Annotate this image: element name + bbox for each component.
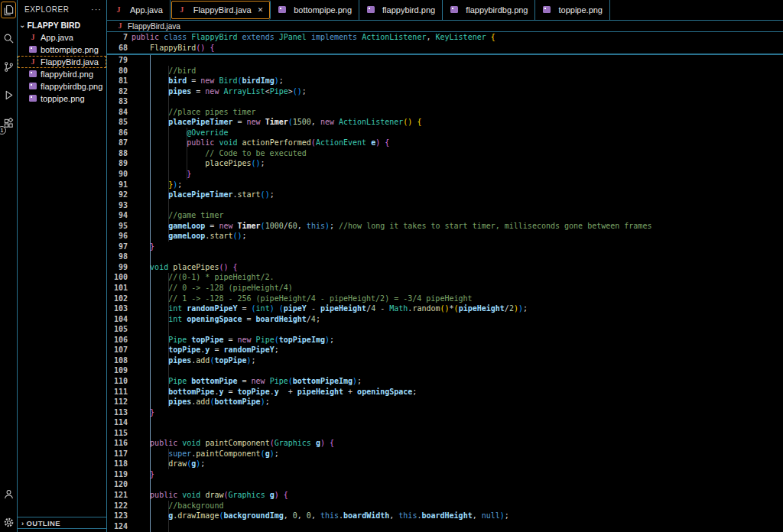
line-number[interactable]: 99 (107, 262, 128, 273)
code-line-111[interactable]: 111 bottomPipe.y = topPipe.y + pipeHeigh… (107, 387, 783, 397)
line-number[interactable]: 104 (107, 314, 128, 325)
code-line-121[interactable]: 121 public void draw(Graphics g) { (107, 490, 783, 501)
tab-flappybirdbg.png[interactable]: flappybirdbg.png (443, 0, 535, 20)
tab-flappybird.png[interactable]: flappybird.png (359, 0, 443, 20)
code-line-110[interactable]: 110 Pipe bottomPipe = new Pipe(bottomPip… (107, 376, 783, 387)
line-number[interactable]: 102 (107, 294, 128, 304)
line-number[interactable]: 85 (107, 117, 128, 128)
line-number[interactable]: 120 (107, 479, 128, 490)
line-number[interactable]: 114 (107, 417, 128, 428)
code-line-85[interactable]: 85 placePipeTimer = new Timer(1500, new … (107, 117, 783, 128)
code-line-102[interactable]: 102 // 1 -> -128 - 256 (pipeHeight/4 - p… (107, 294, 783, 304)
tab-App.java[interactable]: JApp.java (107, 0, 171, 20)
file-row-flappybird.png[interactable]: flappybird.png (18, 68, 106, 80)
line-number[interactable]: 106 (107, 335, 128, 345)
line-number[interactable]: 97 (107, 242, 128, 252)
line-number[interactable]: 122 (107, 501, 128, 511)
line-number[interactable]: 116 (107, 438, 128, 449)
line-number[interactable]: 82 (107, 86, 128, 97)
code-line-82[interactable]: 82 pipes = new ArrayList<Pipe>(); (107, 86, 783, 97)
line-number[interactable]: 121 (107, 490, 128, 501)
line-number[interactable]: 108 (107, 355, 128, 366)
folder-row-flappy-bird[interactable]: ⌄ FLAPPY BIRD (18, 18, 106, 31)
code-line-84[interactable]: 84 //place pipes timer (107, 107, 783, 118)
code-line-119[interactable]: 119 } (107, 469, 783, 480)
source-control-activity-button[interactable] (1, 58, 16, 75)
code-line-113[interactable]: 113 } (107, 407, 783, 418)
line-number[interactable]: 107 (107, 345, 128, 355)
line-number[interactable]: 89 (107, 158, 128, 169)
code-line-124[interactable]: 124 (107, 521, 783, 532)
extensions-activity-button[interactable]: 1 (1, 115, 16, 131)
line-number[interactable]: 7 (107, 32, 128, 43)
line-number[interactable]: 111 (107, 387, 128, 397)
line-number[interactable]: 113 (107, 407, 128, 418)
line-number[interactable]: 93 (107, 200, 128, 211)
tab-toppipe.png[interactable]: toppipe.png (535, 0, 610, 20)
code-line-92[interactable]: 92 placePipeTimer.start(); (107, 190, 783, 200)
line-number[interactable]: 124 (107, 521, 128, 532)
code-line-96[interactable]: 96 gameLoop.start(); (107, 231, 783, 242)
code-line-99[interactable]: 99 void placePipes() { (107, 262, 783, 273)
code-line-101[interactable]: 101 // 0 -> -128 (pipeHeight/4) (107, 283, 783, 294)
file-row-FlappyBird.java[interactable]: JFlappyBird.java (18, 56, 106, 68)
line-number[interactable]: 103 (107, 303, 128, 314)
search-activity-button[interactable] (1, 30, 16, 47)
code-line-94[interactable]: 94 //game timer (107, 210, 783, 221)
line-number[interactable]: 80 (107, 66, 128, 76)
code-line-122[interactable]: 122 //background (107, 501, 783, 511)
line-number[interactable]: 88 (107, 148, 128, 159)
code-line-81[interactable]: 81 bird = new Bird(birdImg); (107, 76, 783, 86)
tab-FlappyBird.java[interactable]: JFlappyBird.java✕ (171, 0, 271, 20)
line-number[interactable]: 105 (107, 324, 128, 335)
line-number[interactable]: 87 (107, 138, 128, 148)
line-number[interactable]: 110 (107, 376, 128, 387)
line-number[interactable]: 95 (107, 221, 128, 232)
code-line-107[interactable]: 107 topPipe.y = randomPipeY; (107, 345, 783, 355)
code-line-7[interactable]: 7public class FlappyBird extends JPanel … (107, 32, 783, 43)
line-number[interactable]: 101 (107, 283, 128, 294)
line-number[interactable]: 98 (107, 251, 128, 262)
code-line-83[interactable]: 83 (107, 96, 783, 107)
code-line-112[interactable]: 112 pipes.add(bottomPipe); (107, 397, 783, 407)
line-number[interactable]: 84 (107, 107, 128, 118)
line-number[interactable]: 100 (107, 272, 128, 283)
code-line-98[interactable]: 98 (107, 251, 783, 262)
code-line-118[interactable]: 118 draw(g); (107, 459, 783, 469)
code-editor[interactable]: 7980 //bird81 bird = new Bird(birdImg);8… (107, 55, 783, 532)
file-row-toppipe.png[interactable]: toppipe.png (18, 92, 106, 105)
code-line-87[interactable]: 87 public void actionPerformed(ActionEve… (107, 138, 783, 148)
code-line-104[interactable]: 104 int openingSpace = boardHeight/4; (107, 314, 783, 325)
line-number[interactable]: 117 (107, 449, 128, 459)
outline-section-header[interactable]: › OUTLINE (18, 517, 106, 529)
code-line-93[interactable]: 93 (107, 200, 783, 211)
close-icon[interactable]: ✕ (258, 6, 264, 14)
code-line-91[interactable]: 91 }); (107, 180, 783, 190)
code-line-95[interactable]: 95 gameLoop = new Timer(1000/60, this); … (107, 221, 783, 232)
line-number[interactable]: 81 (107, 76, 128, 86)
breadcrumb[interactable]: J FlappyBird.java (107, 21, 783, 32)
manage-button[interactable] (1, 514, 16, 530)
views-and-more-actions-button[interactable]: ··· (91, 5, 102, 14)
line-number[interactable]: 123 (107, 511, 128, 521)
line-number[interactable]: 86 (107, 128, 128, 138)
file-row-flappybirdbg.png[interactable]: flappybirdbg.png (18, 80, 106, 92)
code-line-123[interactable]: 123 g.drawImage(backgroundImg, 0, 0, thi… (107, 511, 783, 521)
code-line-108[interactable]: 108 pipes.add(topPipe); (107, 355, 783, 366)
line-number[interactable]: 83 (107, 96, 128, 107)
line-number[interactable]: 91 (107, 180, 128, 190)
explorer-activity-button[interactable] (1, 2, 16, 18)
code-line-88[interactable]: 88 // Code to be executed (107, 148, 783, 159)
line-number[interactable]: 94 (107, 210, 128, 221)
run-debug-activity-button[interactable] (1, 86, 16, 103)
line-number[interactable]: 96 (107, 231, 128, 242)
line-number[interactable]: 90 (107, 169, 128, 180)
code-line-105[interactable]: 105 (107, 324, 783, 335)
code-line-89[interactable]: 89 placePipes(); (107, 158, 783, 169)
code-line-103[interactable]: 103 int randomPipeY = (int) (pipeY - pip… (107, 303, 783, 314)
code-line-80[interactable]: 80 //bird (107, 66, 783, 76)
code-line-114[interactable]: 114 (107, 417, 783, 428)
tab-bottompipe.png[interactable]: bottompipe.png (271, 0, 359, 20)
line-number[interactable]: 112 (107, 397, 128, 407)
code-line-68[interactable]: 68 FlappyBird() { (107, 43, 783, 54)
